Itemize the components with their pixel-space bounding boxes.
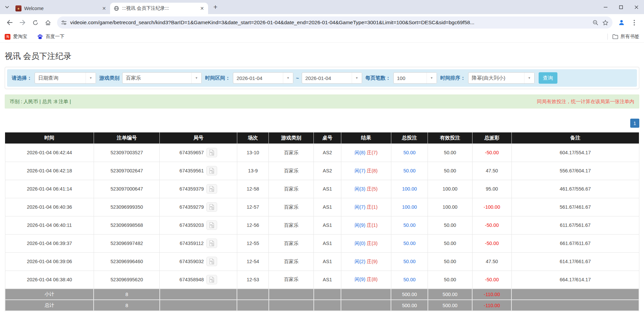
chevron-down-icon[interactable]: ▼ — [427, 73, 437, 83]
subtotal-row-valid-bet: 500.00 — [428, 289, 472, 300]
address-bar[interactable]: videoie.com/game/betrecord_search/kind3?… — [57, 16, 612, 29]
total-bet-link[interactable]: 50.00 — [403, 168, 415, 173]
cell-total-bet[interactable]: 50.00 — [391, 234, 428, 252]
cell-total-bet[interactable]: 50.00 — [391, 271, 428, 289]
result-banker: 庄(8) — [367, 277, 378, 282]
chevron-down-icon[interactable]: ▼ — [283, 73, 293, 83]
cell-valid-bet: 50.00 — [428, 216, 472, 234]
cell-session: 12-53 — [237, 271, 268, 289]
search-button[interactable]: 查询 — [539, 72, 557, 84]
back-button[interactable] — [4, 17, 15, 28]
cell-remark: 664.17/614.17 — [511, 271, 639, 289]
video-replay-button[interactable] — [206, 184, 217, 194]
video-replay-button[interactable] — [206, 275, 217, 284]
total-bet-link[interactable]: 50.00 — [403, 222, 415, 228]
cell-game-kind: 百家乐 — [269, 216, 314, 234]
cell-payout: -50.00 — [472, 271, 511, 289]
tab-search-button[interactable] — [2, 2, 12, 12]
reload-button[interactable] — [30, 17, 41, 28]
menu-button[interactable] — [629, 17, 640, 28]
video-replay-button[interactable] — [206, 220, 217, 230]
cell-total-bet[interactable]: 100.00 — [391, 180, 428, 198]
zoom-out-icon[interactable] — [590, 17, 600, 28]
home-button[interactable] — [42, 17, 54, 28]
profile-button[interactable] — [616, 17, 627, 28]
date-start-input[interactable]: 2026-01-04 ▼ — [233, 72, 293, 84]
total-row-empty — [511, 300, 639, 311]
cell-total-bet[interactable]: 50.00 — [391, 162, 428, 180]
video-replay-icon — [208, 186, 215, 192]
url-text[interactable]: videoie.com/game/betrecord_search/kind3?… — [70, 19, 590, 26]
table-row: 2026-01-04 06:40:36523096999350674359279… — [5, 198, 639, 216]
globe-favicon-icon — [113, 5, 119, 11]
payout-value: -50.00 — [485, 150, 499, 155]
cell-total-bet[interactable]: 50.00 — [391, 144, 428, 162]
round-number: 674359279 — [180, 204, 204, 210]
chevron-down-icon[interactable]: ▼ — [191, 73, 201, 83]
per-page-select[interactable]: 100 ▼ — [393, 72, 437, 84]
result-player: 闲(2) — [354, 259, 365, 264]
col-valid-bet: 有效投注 — [428, 132, 472, 144]
total-bet-link[interactable]: 50.00 — [403, 241, 415, 246]
bookmark-taobao[interactable]: 淘 爱淘宝 — [5, 34, 27, 40]
tab-bet-records[interactable]: :::视讯 会员下注纪录::: ✕ — [110, 3, 208, 14]
bookmark-baidu[interactable]: 百度一下 — [37, 34, 64, 40]
cell-result: 闲(3) 庄(5) — [341, 180, 391, 198]
total-bet-link[interactable]: 100.00 — [402, 204, 417, 210]
chevron-down-icon[interactable]: ▼ — [86, 73, 96, 83]
total-row-empty — [314, 300, 341, 311]
all-bookmarks-button[interactable]: 所有书签 — [612, 34, 639, 40]
total-bet-link[interactable]: 100.00 — [402, 186, 417, 192]
per-page-value: 100 — [394, 73, 427, 83]
total-bet-link[interactable]: 50.00 — [403, 277, 415, 282]
result-player: 闲(3) — [354, 186, 365, 192]
video-replay-button[interactable] — [206, 202, 217, 212]
new-tab-button[interactable]: + — [211, 2, 220, 12]
forward-button[interactable] — [17, 17, 28, 28]
tab-welcome[interactable]: ♠ Welcome ✕ — [12, 3, 110, 14]
minimize-button[interactable] — [598, 0, 613, 14]
maximize-button[interactable] — [613, 0, 629, 14]
cell-game-kind: 百家乐 — [269, 271, 314, 289]
cell-round-no: 674359657 — [160, 144, 237, 162]
round-number: 674359561 — [180, 168, 204, 173]
cell-bet-no: 523097002647 — [94, 162, 159, 180]
close-window-button[interactable] — [629, 0, 644, 14]
game-kind-select[interactable]: 百家乐 ▼ — [122, 72, 202, 84]
cell-bet-no: 523096995620 — [94, 271, 159, 289]
cell-total-bet[interactable]: 100.00 — [391, 198, 428, 216]
bookmark-star-icon[interactable] — [600, 17, 610, 28]
total-row: 总计8500.00500.00-110.00 — [5, 300, 639, 311]
chevron-down-icon[interactable]: ▼ — [524, 73, 534, 83]
total-row-payout: -110.00 — [472, 300, 511, 311]
cell-remark: 556.67/604.17 — [511, 162, 639, 180]
cell-result: 闲(7) 庄(1) — [341, 198, 391, 216]
cell-total-bet[interactable]: 50.00 — [391, 252, 428, 271]
video-replay-button[interactable] — [206, 148, 217, 157]
subtotal-row-payout: -110.00 — [472, 289, 511, 300]
tab-close-icon[interactable]: ✕ — [101, 5, 107, 12]
cell-session: 13-10 — [237, 144, 268, 162]
cell-payout: 47.50 — [472, 162, 511, 180]
video-replay-icon — [208, 277, 215, 283]
video-replay-button[interactable] — [206, 166, 217, 175]
date-end-input[interactable]: 2026-01-04 ▼ — [302, 72, 362, 84]
tab-close-icon[interactable]: ✕ — [199, 5, 205, 12]
chevron-down-icon — [5, 6, 9, 8]
cell-total-bet[interactable]: 50.00 — [391, 216, 428, 234]
cell-game-kind: 百家乐 — [269, 162, 314, 180]
page-1-button[interactable]: 1 — [630, 119, 639, 128]
query-type-select[interactable]: 日期查询 ▼ — [35, 72, 96, 84]
video-replay-button[interactable] — [206, 257, 217, 266]
result-banker: 庄(8) — [367, 168, 378, 173]
site-settings-icon[interactable] — [61, 20, 67, 26]
col-total-bet: 总投注 — [391, 132, 428, 144]
total-bet-link[interactable]: 50.00 — [403, 150, 415, 155]
chevron-down-icon[interactable]: ▼ — [352, 73, 362, 83]
total-bet-link[interactable]: 50.00 — [403, 259, 415, 264]
result-banker: 庄(1) — [367, 204, 378, 210]
cell-payout: -50.00 — [472, 234, 511, 252]
sort-select[interactable]: 降幂(由大到小) ▼ — [468, 72, 535, 84]
cell-result: 闲(2) 庄(9) — [341, 252, 391, 271]
video-replay-button[interactable] — [206, 239, 217, 248]
